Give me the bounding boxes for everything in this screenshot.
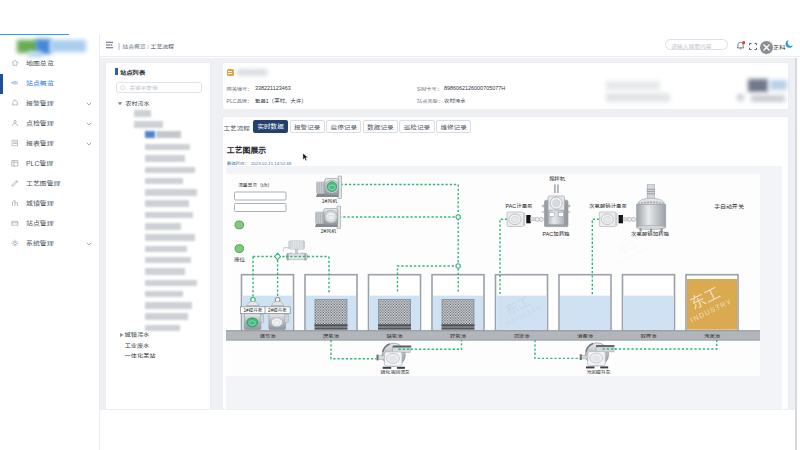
svg-text:流量显示（t/h）: 流量显示（t/h） (238, 182, 272, 188)
svg-text:手自动开关: 手自动开关 (714, 203, 744, 210)
svg-text:次氯酸钠计量泵: 次氯酸钠计量泵 (589, 203, 627, 209)
svg-text:次氯酸钠加药箱: 次氯酸钠加药箱 (631, 231, 669, 237)
svg-text:污泥提升泵: 污泥提升泵 (586, 369, 611, 375)
svg-text:污泥池: 污泥池 (704, 333, 721, 339)
svg-text:PAC加药箱: PAC加药箱 (543, 231, 571, 237)
svg-text:取样池: 取样池 (641, 333, 658, 339)
svg-text:1#提升泵: 1#提升泵 (243, 308, 262, 313)
svg-text:2#提升泵: 2#提升泵 (268, 308, 287, 313)
svg-text:沉淀池: 沉淀池 (514, 333, 531, 339)
svg-text:硝化液回流泵: 硝化液回流泵 (380, 369, 410, 375)
svg-text:PAC计量泵: PAC计量泵 (506, 203, 534, 209)
svg-text:调节池: 调节池 (260, 333, 277, 339)
svg-text:缺氧池: 缺氧池 (387, 333, 404, 339)
svg-text:好氧池: 好氧池 (450, 333, 467, 339)
svg-text:消毒池: 消毒池 (577, 333, 594, 339)
svg-text:厌氧池: 厌氧池 (323, 333, 340, 339)
svg-text:搅拌机: 搅拌机 (549, 175, 566, 182)
svg-text:2#风机: 2#风机 (321, 229, 336, 234)
svg-text:液位: 液位 (234, 257, 246, 263)
svg-text:1#风机: 1#风机 (322, 199, 337, 204)
